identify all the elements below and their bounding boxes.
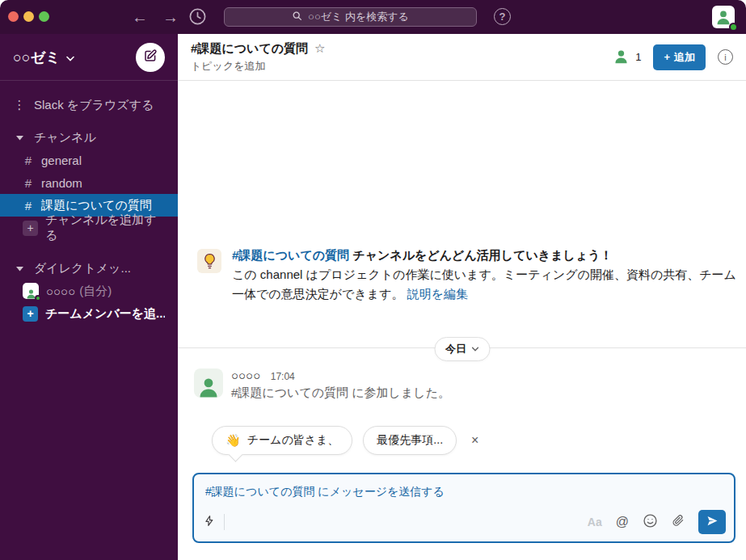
history-forward-button[interactable]: → (162, 0, 179, 34)
star-icon[interactable]: ☆ (314, 41, 325, 56)
maximize-window-button[interactable] (39, 11, 49, 22)
dm-section-header[interactable]: ダイレクトメッ... (0, 257, 178, 280)
hash-icon: # (23, 176, 34, 190)
add-teammates-button[interactable]: + チームメンバーを追... (0, 302, 178, 325)
sidebar-channel-random[interactable]: # random (0, 171, 178, 194)
intro-body: この channel はプロジェクトの作業に使います。ミーティングの開催、資料の… (232, 267, 736, 301)
lightbulb-icon (197, 249, 221, 273)
channels-header-label: チャンネル (34, 130, 96, 145)
date-divider: 今日 (178, 336, 746, 359)
edit-description-link[interactable]: 説明を編集 (407, 287, 468, 301)
sidebar-nav: ⋮ Slack をブラウズする チャンネル # general # random… (0, 81, 178, 325)
compose-icon (143, 48, 158, 66)
dm-user-suffix: (自分) (79, 284, 112, 299)
formatting-toggle-button[interactable]: Aa (588, 516, 602, 528)
workspace-menu-button[interactable]: ○○ゼミ (13, 48, 74, 67)
search-placeholder: ○○ゼミ 内を検索する (308, 10, 409, 24)
history-back-button[interactable]: ← (132, 0, 148, 34)
user-avatar[interactable] (712, 6, 735, 28)
add-channel-button[interactable]: + チャンネルを追加する (0, 217, 178, 239)
sidebar-dm-self[interactable]: ○○○○ (自分) (0, 280, 178, 302)
message-text: #課題についての質問 に参加しました。 (231, 385, 450, 401)
add-teammates-label: チームメンバーを追... (45, 306, 165, 322)
vertical-dots-icon: ⋮ (13, 98, 26, 112)
chevron-down-icon (66, 48, 74, 65)
presence-dot (729, 23, 738, 32)
sidebar-channel-general[interactable]: # general (0, 149, 178, 171)
message-avatar[interactable] (194, 368, 223, 398)
channel-label: random (41, 176, 82, 190)
channel-title[interactable]: #課題についての質問 (191, 41, 308, 57)
new-message-button[interactable] (136, 43, 165, 72)
channel-header: #課題についての質問 ☆ トピックを追加 1 + 追加 i (178, 34, 746, 81)
workspace-header: ○○ゼミ (0, 34, 178, 81)
main-content: #課題についての質問 ☆ トピックを追加 1 + 追加 i (178, 34, 746, 560)
chip-label: チームの皆さま、 (247, 433, 339, 448)
clock-icon (188, 15, 207, 28)
intro-text: #課題についての質問 チャンネルをどんどん活用していきましょう！ この chan… (232, 246, 740, 304)
titlebar: ← → ○○ゼミ 内を検索する ? (0, 0, 746, 34)
member-count: 1 (635, 51, 641, 63)
presence-dot (35, 295, 41, 301)
message-composer[interactable]: #課題についての質問 にメッセージを送信する Aa @ (192, 473, 735, 543)
add-topic-button[interactable]: トピックを追加 (191, 59, 326, 74)
suggestion-chip-1[interactable]: 👋 チームの皆さま、 (212, 426, 352, 455)
slack-window: ← → ○○ゼミ 内を検索する ? ○○ゼミ (0, 0, 746, 560)
lightning-icon (204, 514, 215, 531)
intro-headline: チャンネルをどんどん活用していきましょう！ (352, 248, 612, 262)
workspace-name: ○○ゼミ (13, 48, 61, 67)
member-icon (613, 48, 630, 67)
message-timestamp: 17:04 (271, 371, 295, 382)
toolbar-divider (224, 514, 225, 530)
history-clock-button[interactable] (188, 7, 207, 29)
help-button[interactable]: ? (494, 8, 511, 25)
dm-avatar (23, 283, 39, 299)
send-icon (706, 515, 719, 529)
paperclip-icon (672, 513, 685, 531)
message-body: ○○○○ 17:04 #課題についての質問 に参加しました。 (231, 368, 450, 401)
sidebar: ○○ゼミ ⋮ Slack をブラウズする チャンネル (0, 34, 178, 560)
send-button[interactable] (698, 510, 726, 534)
chip-label: 最優先事項... (377, 433, 443, 448)
info-icon: i (724, 53, 726, 62)
attach-file-button[interactable] (672, 513, 685, 531)
triangle-down-icon (13, 266, 26, 272)
smiley-icon (643, 513, 658, 532)
add-channel-label: チャンネルを追加する (45, 213, 165, 243)
shortcuts-button[interactable] (204, 514, 215, 531)
question-icon: ? (499, 11, 506, 23)
suggested-replies: 👋 チームの皆さま、 最優先事項... × (212, 426, 478, 455)
invite-button[interactable]: + 追加 (653, 44, 706, 70)
channel-header-left: #課題についての質問 ☆ トピックを追加 (191, 41, 326, 74)
dm-header-label: ダイレクトメッ... (34, 261, 131, 276)
date-pill-button[interactable]: 今日 (434, 337, 490, 361)
channels-section-header[interactable]: チャンネル (0, 126, 178, 149)
plus-icon: + (664, 51, 670, 63)
composer-toolbar: Aa @ (204, 510, 726, 534)
triangle-down-icon (13, 135, 26, 141)
channel-label: 課題についての質問 (41, 198, 152, 213)
sidebar-item-browse-slack[interactable]: ⋮ Slack をブラウズする (0, 94, 178, 116)
date-label: 今日 (445, 342, 466, 356)
invite-label: 追加 (674, 50, 695, 65)
dm-user-name: ○○○○ (46, 284, 75, 298)
intro-channel-link[interactable]: #課題についての質問 (232, 248, 349, 262)
emoji-button[interactable] (643, 513, 658, 532)
search-input[interactable]: ○○ゼミ 内を検索する (224, 7, 477, 27)
channel-header-right: 1 + 追加 i (613, 44, 733, 70)
member-count-button[interactable]: 1 (613, 48, 641, 67)
browse-label: Slack をブラウズする (34, 98, 154, 113)
mention-button[interactable]: @ (616, 515, 629, 529)
chevron-down-icon (471, 347, 478, 352)
channel-info-button[interactable]: i (718, 49, 733, 65)
wave-emoji: 👋 (225, 433, 241, 448)
channel-intro: #課題についての質問 チャンネルをどんどん活用していきましょう！ この chan… (197, 246, 740, 304)
composer-placeholder: #課題についての質問 にメッセージを送信する (194, 474, 734, 499)
message-author[interactable]: ○○○○ (231, 368, 260, 382)
search-icon (292, 11, 302, 23)
minimize-window-button[interactable] (23, 11, 34, 22)
dismiss-suggestions-button[interactable]: × (471, 433, 478, 448)
close-window-button[interactable] (8, 11, 19, 22)
channel-label: general (41, 154, 82, 167)
suggestion-chip-2[interactable]: 最優先事項... (363, 426, 457, 455)
